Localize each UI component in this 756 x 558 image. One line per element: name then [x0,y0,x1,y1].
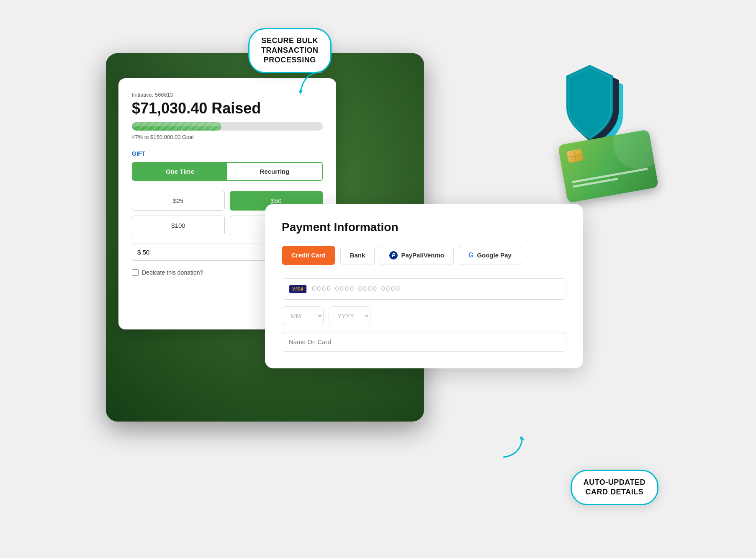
visa-icon: VISA [289,285,307,293]
progress-bar-container [132,122,323,131]
google-icon: G [468,252,473,259]
card-number-placeholder: 0000 0000 0000 0000 [312,285,401,293]
expiry-year-select[interactable]: YYYY [329,306,370,325]
progress-bar-fill [132,122,221,131]
secure-bulk-tooltip: SECURE BULK TRANSACTION PROCESSING [248,28,332,73]
credit-card-button[interactable]: Credit Card [282,246,335,265]
google-pay-button[interactable]: G Google Pay [459,246,521,265]
dedicate-label: Dedicate this donation? [142,269,203,276]
svg-marker-0 [298,90,303,94]
gift-toggle: One Time Recurring [132,162,323,181]
gift-section-label: GIFT [132,150,323,157]
recurring-button[interactable]: Recurring [227,163,322,180]
google-pay-label: Google Pay [477,252,512,259]
svg-marker-1 [519,436,525,440]
name-on-card-input[interactable] [282,332,566,352]
initiative-label: Initiative: 566613 [132,92,323,98]
auto-updated-tooltip: AUTO-UPDATED CARD DETAILS [571,470,658,505]
tooltip-top-arrow [296,70,330,95]
payment-methods: Credit Card Bank P PayPal/Venmo G Google… [282,246,566,265]
amount-100-button[interactable]: $100 [132,216,225,235]
expiry-month-select[interactable]: MM [282,306,324,325]
card-number-row: VISA 0000 0000 0000 0000 [282,278,566,300]
raised-amount: $71,030.40 Raised [132,100,323,117]
payment-form-card: Payment Information Credit Card Bank P P… [265,204,583,368]
scene: Initiative: 566613 $71,030.40 Raised 47%… [106,28,650,530]
one-time-button[interactable]: One Time [133,163,227,180]
payment-title: Payment Information [282,221,566,234]
bank-button[interactable]: Bank [340,246,375,265]
paypal-label: PayPal/Venmo [401,252,444,259]
custom-amount-input[interactable] [132,244,286,261]
card-numbers-lines [572,167,649,190]
paypal-icon: P [389,251,398,260]
expiry-row: MM YYYY [282,306,566,325]
dedicate-checkbox[interactable] [132,269,139,276]
bank-label: Bank [350,252,365,259]
paypal-button[interactable]: P PayPal/Venmo [380,246,454,265]
tooltip-bottom-arrow [495,434,529,459]
card-chip-icon [566,149,583,163]
credit-card-label: Credit Card [291,252,326,259]
progress-label: 47% to $150,000.00 Goal [132,134,323,140]
amount-25-button[interactable]: $25 [132,191,225,211]
